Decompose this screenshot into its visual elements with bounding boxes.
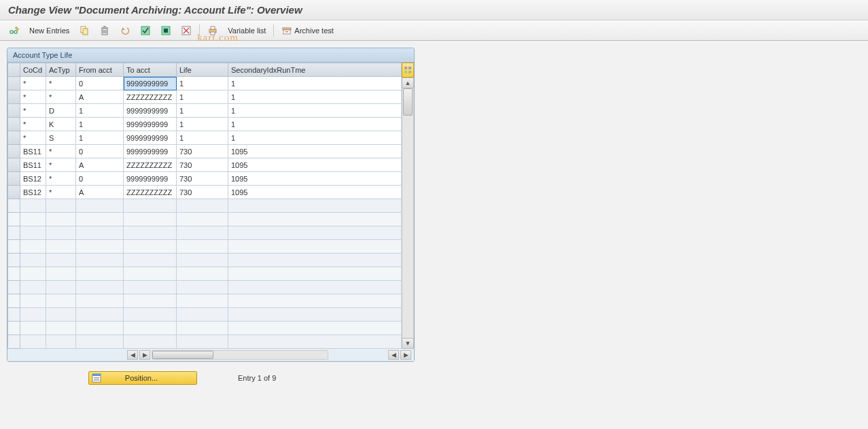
cell-actyp[interactable]: D — [46, 104, 76, 118]
empty-cell[interactable] — [124, 267, 177, 281]
cell-actyp[interactable]: * — [46, 145, 76, 158]
empty-cell[interactable] — [177, 281, 228, 294]
cell-actyp[interactable]: K — [46, 118, 76, 131]
empty-cell[interactable] — [8, 226, 20, 240]
empty-cell[interactable] — [76, 226, 124, 240]
empty-cell[interactable] — [8, 240, 20, 254]
cell-life[interactable]: 1 — [177, 104, 228, 118]
scroll-up-button[interactable]: ▲ — [402, 78, 414, 88]
cell-cocd[interactable]: * — [20, 90, 46, 104]
select-block-button[interactable] — [157, 23, 175, 38]
empty-cell[interactable] — [46, 308, 76, 322]
account-life-table[interactable]: CoCd AcTyp From acct To acct Life Second… — [7, 63, 402, 349]
cell-secondary-idx[interactable]: 1095 — [228, 158, 402, 172]
cell-secondary-idx[interactable]: 1 — [228, 77, 402, 90]
cell-life[interactable]: 1 — [177, 77, 228, 90]
cell-to-acct[interactable]: 9999999999 — [124, 145, 177, 158]
empty-cell[interactable] — [20, 213, 46, 226]
empty-cell[interactable] — [124, 335, 177, 349]
empty-cell[interactable] — [228, 294, 402, 308]
cell-cocd[interactable]: * — [20, 131, 46, 145]
scroll-track[interactable] — [402, 88, 414, 338]
table-row-empty[interactable] — [8, 240, 402, 254]
cell-to-acct[interactable]: 9999999999 — [124, 77, 177, 90]
empty-cell[interactable] — [124, 254, 177, 267]
cell-from-acct[interactable]: 1 — [76, 131, 124, 145]
cell-cocd[interactable]: * — [20, 104, 46, 118]
row-selector[interactable] — [8, 118, 20, 131]
empty-cell[interactable] — [177, 322, 228, 335]
hscroll-right-button[interactable]: ▶ — [139, 350, 150, 360]
row-selector[interactable] — [8, 186, 20, 199]
empty-cell[interactable] — [177, 254, 228, 267]
toggle-display-change-button[interactable] — [5, 23, 23, 38]
empty-cell[interactable] — [76, 240, 124, 254]
cell-from-acct[interactable]: A — [76, 186, 124, 199]
empty-cell[interactable] — [46, 322, 76, 335]
cell-cocd[interactable]: BS11 — [20, 158, 46, 172]
empty-cell[interactable] — [8, 213, 20, 226]
scroll-thumb[interactable] — [403, 88, 413, 116]
empty-cell[interactable] — [8, 267, 20, 281]
cell-secondary-idx[interactable]: 1 — [228, 90, 402, 104]
cell-actyp[interactable]: * — [46, 158, 76, 172]
col-header-secondary-idx[interactable]: SecondaryIdxRunTme — [228, 63, 402, 77]
empty-cell[interactable] — [76, 254, 124, 267]
empty-cell[interactable] — [76, 199, 124, 213]
empty-cell[interactable] — [177, 335, 228, 349]
empty-cell[interactable] — [177, 240, 228, 254]
select-all-button[interactable] — [137, 23, 154, 38]
empty-cell[interactable] — [124, 213, 177, 226]
empty-cell[interactable] — [76, 322, 124, 335]
empty-cell[interactable] — [76, 308, 124, 322]
cell-life[interactable]: 1 — [177, 118, 228, 131]
empty-cell[interactable] — [20, 322, 46, 335]
empty-cell[interactable] — [124, 240, 177, 254]
cell-from-acct[interactable]: 0 — [76, 77, 124, 90]
table-row[interactable]: BS11*AZZZZZZZZZZ7301095 — [8, 158, 402, 172]
empty-cell[interactable] — [76, 213, 124, 226]
empty-cell[interactable] — [228, 240, 402, 254]
hscroll-left-button-2[interactable]: ◀ — [388, 350, 399, 360]
empty-cell[interactable] — [76, 335, 124, 349]
row-selector-header[interactable] — [8, 63, 20, 77]
cell-to-acct[interactable]: ZZZZZZZZZZ — [124, 90, 177, 104]
empty-cell[interactable] — [177, 199, 228, 213]
row-selector[interactable] — [8, 172, 20, 186]
cell-secondary-idx[interactable]: 1 — [228, 118, 402, 131]
empty-cell[interactable] — [46, 281, 76, 294]
cell-cocd[interactable]: BS11 — [20, 145, 46, 158]
empty-cell[interactable] — [124, 226, 177, 240]
table-row-empty[interactable] — [8, 267, 402, 281]
empty-cell[interactable] — [20, 267, 46, 281]
row-selector[interactable] — [8, 104, 20, 118]
cell-life[interactable]: 730 — [177, 186, 228, 199]
cell-from-acct[interactable]: 1 — [76, 118, 124, 131]
empty-cell[interactable] — [46, 254, 76, 267]
cell-actyp[interactable]: * — [46, 77, 76, 90]
cell-from-acct[interactable]: A — [76, 158, 124, 172]
empty-cell[interactable] — [46, 199, 76, 213]
table-row[interactable]: *S1999999999911 — [8, 131, 402, 145]
empty-cell[interactable] — [76, 267, 124, 281]
empty-cell[interactable] — [124, 322, 177, 335]
cell-secondary-idx[interactable]: 1 — [228, 131, 402, 145]
cell-actyp[interactable]: S — [46, 131, 76, 145]
cell-cocd[interactable]: BS12 — [20, 186, 46, 199]
cell-life[interactable]: 730 — [177, 145, 228, 158]
cell-secondary-idx[interactable]: 1 — [228, 104, 402, 118]
row-selector[interactable] — [8, 145, 20, 158]
empty-cell[interactable] — [177, 294, 228, 308]
empty-cell[interactable] — [124, 308, 177, 322]
empty-cell[interactable] — [124, 199, 177, 213]
cell-secondary-idx[interactable]: 1095 — [228, 186, 402, 199]
hscroll-right-button-2[interactable]: ▶ — [400, 350, 411, 360]
hscroll-thumb[interactable] — [152, 351, 213, 359]
empty-cell[interactable] — [228, 308, 402, 322]
cell-to-acct[interactable]: 9999999999 — [124, 172, 177, 186]
empty-cell[interactable] — [20, 254, 46, 267]
empty-cell[interactable] — [228, 226, 402, 240]
empty-cell[interactable] — [8, 308, 20, 322]
empty-cell[interactable] — [228, 267, 402, 281]
cell-life[interactable]: 730 — [177, 158, 228, 172]
